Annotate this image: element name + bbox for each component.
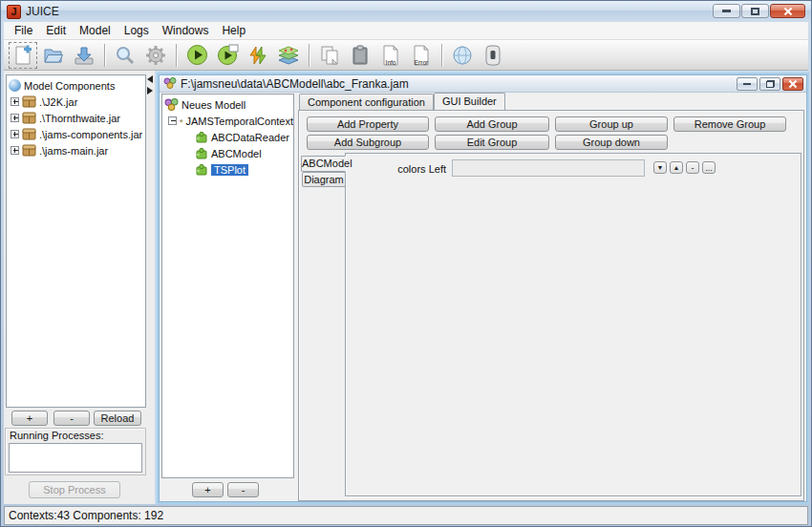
- running-processes-group: Running Processes:: [5, 428, 146, 475]
- frame-restore-icon: [766, 80, 775, 88]
- tree-row-jar[interactable]: .\jams-components.jar: [9, 126, 145, 142]
- maximize-button[interactable]: [741, 4, 769, 18]
- move-down-button[interactable]: ▼: [653, 161, 667, 174]
- components-reload-button[interactable]: Reload: [94, 411, 141, 426]
- collapse-right-icon[interactable]: [147, 87, 153, 95]
- info-log-button[interactable]: Info: [376, 42, 405, 69]
- expand-plus-icon[interactable]: [11, 146, 19, 155]
- browse-button[interactable]: ...: [702, 161, 716, 174]
- close-button[interactable]: [770, 4, 805, 18]
- close-icon: [783, 7, 793, 16]
- frame-restore-button[interactable]: [759, 77, 780, 91]
- menu-logs[interactable]: Logs: [118, 23, 156, 38]
- tree-row-jar[interactable]: .\jams-main.jar: [9, 142, 145, 158]
- paste-button[interactable]: [346, 42, 374, 69]
- tree-row-context[interactable]: JAMSTemporalContext: [164, 113, 293, 129]
- add-property-button[interactable]: Add Property: [307, 116, 429, 132]
- tree-row-model-root[interactable]: Neues Modell: [164, 96, 293, 113]
- menu-windows[interactable]: Windows: [156, 23, 216, 38]
- copy-icon: [319, 45, 340, 66]
- app-logo-icon: J: [7, 5, 21, 19]
- collapse-minus-icon[interactable]: [168, 116, 177, 125]
- tree-row-component[interactable]: ABCDataReader: [164, 129, 293, 145]
- preferences-button[interactable]: [141, 42, 170, 69]
- component-puzzle-icon: [195, 163, 208, 176]
- frame-close-button[interactable]: [782, 77, 803, 91]
- new-model-button[interactable]: [9, 42, 37, 69]
- colors-left-label: colors Left: [362, 163, 446, 175]
- run-model-gui-icon: [217, 44, 239, 66]
- menu-edit[interactable]: Edit: [39, 23, 73, 38]
- add-subgroup-button[interactable]: Add Subgroup: [307, 135, 429, 150]
- abcmodel-properties-panel: [345, 153, 801, 496]
- side-tab-diagram[interactable]: Diagram: [302, 172, 346, 187]
- model-file-icon: [163, 77, 177, 90]
- error-log-label: Error: [407, 59, 436, 66]
- tree-row-component[interactable]: ABCModel: [164, 145, 293, 161]
- web-globe-icon: [452, 45, 473, 66]
- web-button[interactable]: [448, 42, 477, 69]
- copy-button[interactable]: [315, 42, 344, 69]
- search-button[interactable]: [111, 42, 139, 69]
- frame-minimize-icon: [743, 83, 751, 85]
- remove-group-button[interactable]: Remove Group: [673, 116, 786, 132]
- component-puzzle-icon: [195, 147, 208, 159]
- preferences-gear-icon: [145, 45, 166, 66]
- model-tree-add-button[interactable]: +: [192, 482, 224, 497]
- error-log-button[interactable]: Error: [407, 42, 436, 69]
- tree-row-jar[interactable]: .\J2K.jar: [9, 94, 145, 110]
- frame-minimize-button[interactable]: [737, 77, 758, 91]
- jar-label: .\J2K.jar: [39, 96, 77, 108]
- save-model-button[interactable]: [70, 42, 98, 69]
- frame-close-icon: [789, 80, 797, 88]
- model-window-controls: [737, 77, 803, 91]
- group-down-button[interactable]: Group down: [555, 135, 668, 150]
- colors-left-field[interactable]: [452, 159, 645, 177]
- running-processes-list[interactable]: [9, 443, 142, 473]
- model-window-titlebar[interactable]: F:\jamsneu\data\ABCModell\abc_Franka.jam: [160, 75, 806, 93]
- context-label: JAMSTemporalContext: [186, 116, 294, 127]
- minimize-button[interactable]: [713, 4, 740, 18]
- jar-package-icon: [22, 144, 36, 157]
- edit-group-button[interactable]: Edit Group: [435, 135, 549, 150]
- upload-button[interactable]: [244, 42, 272, 69]
- tree-row-root[interactable]: Model Components: [9, 77, 145, 94]
- title-bar[interactable]: J JUICE: [1, 1, 811, 22]
- expand-plus-icon[interactable]: [11, 114, 19, 122]
- menu-bar: File Edit Model Logs Windows Help: [4, 22, 808, 40]
- stop-process-button[interactable]: Stop Process: [29, 481, 120, 498]
- toolbar: Info Error: [4, 40, 808, 71]
- explorer-button[interactable]: [274, 42, 303, 69]
- move-up-button[interactable]: ▲: [670, 161, 683, 174]
- model-tree[interactable]: Neues Modell JAMSTemporalContext ABCData…: [161, 94, 294, 478]
- component-label: ABCDataReader: [211, 132, 289, 143]
- side-tab-abcmodel[interactable]: ABCModel: [301, 156, 346, 172]
- tab-gui-builder[interactable]: GUI Builder: [434, 93, 505, 110]
- components-add-button[interactable]: +: [11, 411, 48, 426]
- expand-plus-icon[interactable]: [11, 130, 19, 138]
- group-up-button[interactable]: Group up: [555, 116, 668, 132]
- model-components-tree[interactable]: Model Components .\J2K.jar .\Thornthwait…: [6, 74, 146, 408]
- menu-help[interactable]: Help: [215, 23, 252, 38]
- run-model-icon: [186, 44, 208, 66]
- expand-plus-icon[interactable]: [11, 97, 19, 106]
- exit-button[interactable]: [479, 42, 507, 69]
- tree-row-component-selected[interactable]: TSPlot: [164, 161, 293, 178]
- jar-package-icon: [22, 112, 36, 124]
- tree-row-jar[interactable]: .\Thornthwaite.jar: [9, 110, 145, 126]
- remove-entry-button[interactable]: -: [686, 161, 699, 174]
- window-title: JUICE: [26, 5, 59, 18]
- collapse-left-icon[interactable]: [147, 75, 153, 83]
- running-processes-label: Running Processes:: [10, 430, 103, 441]
- run-model-gui-button[interactable]: [213, 42, 242, 69]
- search-icon: [115, 45, 136, 66]
- open-model-button[interactable]: [39, 42, 68, 69]
- tab-component-configuration[interactable]: Component configuration: [299, 94, 434, 110]
- model-tree-remove-button[interactable]: -: [227, 482, 259, 497]
- info-log-label: Info: [376, 59, 405, 66]
- menu-model[interactable]: Model: [73, 23, 118, 38]
- components-remove-button[interactable]: -: [53, 411, 90, 426]
- add-group-button[interactable]: Add Group: [435, 116, 549, 132]
- run-model-button[interactable]: [182, 42, 211, 69]
- menu-file[interactable]: File: [8, 23, 39, 38]
